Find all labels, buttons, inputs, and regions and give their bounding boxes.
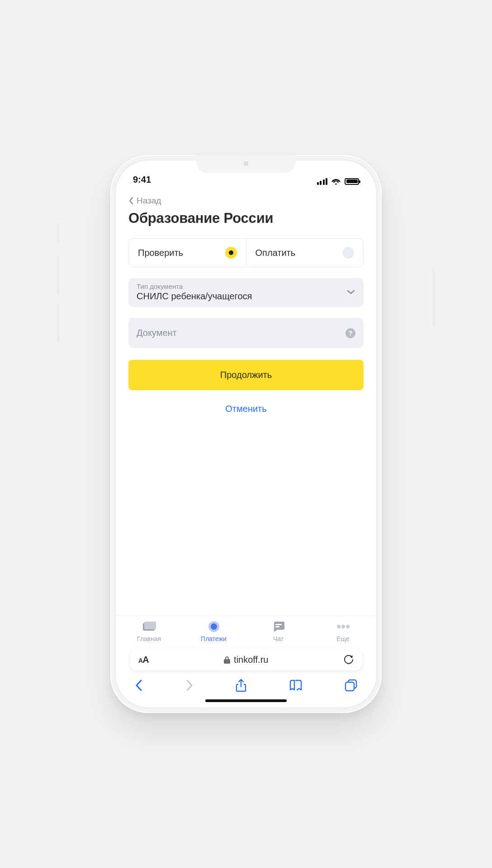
help-icon[interactable]: ? xyxy=(345,328,355,338)
wifi-icon xyxy=(331,178,341,185)
browser-host: tinkoff.ru xyxy=(234,655,268,665)
browser-back-button[interactable] xyxy=(135,679,143,692)
mode-segmented: Проверить Оплатить xyxy=(128,238,364,267)
payments-icon xyxy=(208,621,220,632)
tab-payments[interactable]: Платежи xyxy=(181,621,246,642)
tab-payments-label: Платежи xyxy=(201,635,227,642)
tab-more[interactable]: Еще xyxy=(311,621,375,642)
chat-icon xyxy=(272,621,285,632)
radio-selected-icon xyxy=(225,247,237,259)
radio-unselected-icon xyxy=(342,247,354,259)
document-input[interactable]: Документ ? xyxy=(128,318,364,348)
continue-button[interactable]: Продолжить xyxy=(128,360,364,390)
page-title: Образование России xyxy=(128,210,364,226)
tab-home-label: Главная xyxy=(137,635,161,642)
home-indicator xyxy=(205,699,287,702)
cellular-icon xyxy=(317,178,328,185)
browser-forward-button[interactable] xyxy=(185,679,194,692)
more-icon xyxy=(336,621,350,632)
document-type-value: СНИЛС ребенка/учащегося xyxy=(137,291,355,302)
battery-icon xyxy=(345,178,359,185)
svg-point-6 xyxy=(337,625,341,628)
document-type-select[interactable]: Тип документа СНИЛС ребенка/учащегося xyxy=(128,278,364,307)
back-label: Назад xyxy=(137,196,161,206)
chevron-left-icon xyxy=(128,197,134,205)
segmented-pay-label: Оплатить xyxy=(255,248,296,258)
cancel-button[interactable]: Отменить xyxy=(128,404,364,414)
tab-home[interactable]: Главная xyxy=(117,621,181,642)
segmented-check-label: Проверить xyxy=(138,248,183,258)
reload-button[interactable] xyxy=(344,655,354,665)
browser-toolbar xyxy=(117,670,375,696)
svg-point-7 xyxy=(341,625,345,628)
tab-chat[interactable]: Чат xyxy=(246,621,311,642)
back-button[interactable]: Назад xyxy=(128,196,364,206)
device-notch xyxy=(196,155,296,173)
bookmarks-button[interactable] xyxy=(289,679,303,691)
lock-icon xyxy=(224,656,230,664)
text-size-button[interactable]: AA xyxy=(138,655,149,665)
svg-rect-1 xyxy=(144,622,156,629)
svg-rect-9 xyxy=(345,682,354,691)
svg-point-3 xyxy=(211,623,217,630)
document-placeholder: Документ xyxy=(137,328,355,338)
tabs-button[interactable] xyxy=(345,679,357,692)
chevron-down-icon xyxy=(346,288,355,297)
svg-point-8 xyxy=(346,625,350,628)
browser-address-bar[interactable]: AA tinkoff.ru xyxy=(130,649,362,670)
share-button[interactable] xyxy=(236,679,246,692)
phone-mockup: 9:41 Назад Образование России xyxy=(110,155,382,713)
tab-more-label: Еще xyxy=(336,635,350,642)
tab-chat-label: Чат xyxy=(273,635,284,642)
document-type-label: Тип документа xyxy=(137,283,355,290)
card-icon xyxy=(142,621,156,632)
status-time: 9:41 xyxy=(133,175,151,185)
svg-rect-4 xyxy=(275,624,282,625)
svg-rect-5 xyxy=(275,626,279,627)
segmented-pay[interactable]: Оплатить xyxy=(246,239,364,267)
app-tabbar: Главная Платежи Чат xyxy=(117,616,375,644)
segmented-check[interactable]: Проверить xyxy=(129,239,246,267)
